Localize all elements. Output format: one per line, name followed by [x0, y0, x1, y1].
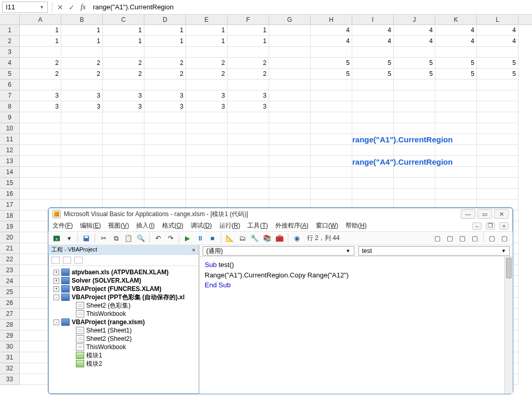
project-explorer-icon[interactable]: 🗂 — [237, 233, 247, 244]
cell[interactable] — [269, 79, 311, 90]
cell[interactable]: 4 — [435, 36, 477, 47]
cell[interactable]: 3 — [144, 90, 186, 101]
cell[interactable]: 2 — [228, 58, 269, 69]
cell[interactable]: 1 — [103, 36, 144, 47]
row-header[interactable]: 31 — [0, 352, 20, 363]
cell[interactable]: 1 — [61, 25, 103, 36]
cell[interactable] — [61, 145, 103, 156]
tree-node[interactable]: ThisWorkbook — [49, 310, 197, 318]
menu-item[interactable]: 帮助(H) — [345, 221, 367, 230]
cell[interactable] — [20, 79, 61, 90]
cell[interactable] — [61, 189, 103, 200]
cell[interactable] — [103, 79, 144, 90]
row-header[interactable]: 6 — [0, 79, 20, 90]
menu-item[interactable]: 视图(V) — [108, 221, 129, 230]
cell[interactable] — [61, 79, 103, 90]
cell[interactable] — [103, 112, 144, 123]
vbe-titlebar[interactable]: Microsoft Visual Basic for Applications … — [48, 208, 513, 220]
row-header[interactable]: 21 — [0, 243, 20, 254]
cancel-icon[interactable]: ✕ — [55, 2, 66, 13]
row-header[interactable]: 10 — [0, 123, 20, 134]
tool-c-icon[interactable]: ▢ — [457, 233, 468, 244]
cell[interactable] — [352, 123, 394, 134]
cell[interactable] — [435, 145, 477, 156]
cell[interactable]: 1 — [144, 25, 186, 36]
cell[interactable] — [435, 167, 477, 178]
cell[interactable] — [186, 167, 228, 178]
chevron-down-icon[interactable]: ▼ — [39, 5, 44, 10]
cell[interactable] — [186, 189, 228, 200]
cell[interactable]: 5 — [394, 69, 435, 79]
cell[interactable] — [394, 90, 435, 101]
cell[interactable] — [477, 112, 518, 123]
row-header[interactable]: 33 — [0, 374, 20, 385]
help-icon[interactable]: ◉ — [291, 233, 302, 244]
row-header[interactable]: 27 — [0, 309, 20, 320]
cell[interactable] — [103, 167, 144, 178]
cell[interactable] — [20, 134, 61, 145]
cell[interactable] — [103, 123, 144, 134]
cell[interactable]: 3 — [20, 90, 61, 101]
tree-node[interactable]: Sheet1 (Sheet1) — [49, 326, 197, 335]
cell[interactable] — [269, 47, 311, 58]
expand-icon[interactable]: - — [54, 320, 59, 325]
cell[interactable] — [228, 134, 269, 145]
cell[interactable] — [144, 145, 186, 156]
cell[interactable] — [144, 167, 186, 178]
row-header[interactable]: 16 — [0, 189, 20, 200]
cell[interactable] — [20, 167, 61, 178]
cell[interactable] — [394, 167, 435, 178]
maximize-button[interactable]: ▭ — [477, 209, 492, 219]
cell[interactable] — [103, 178, 144, 189]
cell[interactable]: 4 — [352, 25, 394, 36]
tree-node[interactable]: -VBAProject (PPT色彩集 (自动保存的).xl — [49, 293, 197, 301]
cell[interactable] — [269, 25, 311, 36]
cell[interactable]: 1 — [228, 36, 269, 47]
cell[interactable] — [228, 145, 269, 156]
cell[interactable]: 2 — [20, 58, 61, 69]
cell[interactable] — [311, 134, 352, 145]
cell[interactable] — [269, 123, 311, 134]
cell[interactable] — [144, 79, 186, 90]
cell[interactable]: 4 — [311, 25, 352, 36]
select-all-corner[interactable] — [0, 15, 20, 24]
cell[interactable] — [477, 79, 518, 90]
cell[interactable] — [186, 156, 228, 167]
cell[interactable] — [228, 178, 269, 189]
cell[interactable] — [352, 145, 394, 156]
tree-node[interactable]: +atpvbaen.xls (ATPVBAEN.XLAM) — [49, 268, 197, 276]
cell[interactable]: 1 — [186, 25, 228, 36]
cell[interactable]: 5 — [394, 58, 435, 69]
cell[interactable] — [394, 79, 435, 90]
cell[interactable] — [311, 156, 352, 167]
cell[interactable] — [61, 156, 103, 167]
row-header[interactable]: 23 — [0, 265, 20, 276]
cell[interactable] — [269, 134, 311, 145]
menu-item[interactable]: 外接程序(A) — [275, 221, 309, 230]
row-header[interactable]: 32 — [0, 363, 20, 374]
cell[interactable] — [20, 156, 61, 167]
confirm-icon[interactable]: ✓ — [66, 2, 77, 13]
procedure-combo[interactable]: test ▼ — [358, 246, 510, 256]
cell[interactable] — [20, 145, 61, 156]
cell[interactable] — [103, 156, 144, 167]
cell[interactable] — [435, 47, 477, 58]
row-header[interactable]: 12 — [0, 145, 20, 156]
cell[interactable]: 5 — [352, 69, 394, 79]
copy-icon[interactable]: ⧉ — [111, 233, 121, 244]
menu-item[interactable]: 编辑(E) — [80, 221, 101, 230]
column-header[interactable]: G — [269, 15, 311, 24]
project-tree[interactable]: +atpvbaen.xls (ATPVBAEN.XLAM)+Solver (SO… — [48, 266, 198, 394]
cell[interactable]: 2 — [61, 69, 103, 79]
row-header[interactable]: 29 — [0, 330, 20, 341]
row-header[interactable]: 19 — [0, 221, 20, 232]
cell[interactable] — [269, 112, 311, 123]
cell[interactable] — [477, 145, 518, 156]
tree-node[interactable]: +VBAProject (FUNCRES.XLAM) — [49, 285, 197, 293]
cell[interactable] — [435, 189, 477, 200]
folder-icon[interactable] — [74, 257, 83, 264]
cell[interactable] — [228, 123, 269, 134]
column-header[interactable]: B — [61, 15, 103, 24]
design-mode-icon[interactable]: 📐 — [224, 233, 235, 244]
cell[interactable] — [144, 123, 186, 134]
